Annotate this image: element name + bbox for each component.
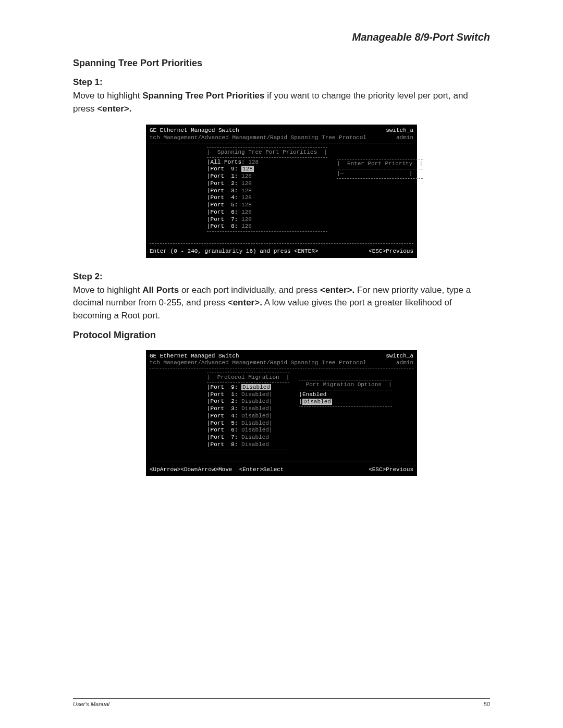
term1-port-value: 128 (241, 180, 252, 187)
term1-port-row: Port 1: (211, 173, 238, 179)
terminal-screenshot-priorities: GE Ethernet Managed Switch tch Managemen… (146, 125, 417, 258)
term2-port-row: Port 1: (211, 391, 238, 398)
term1-port-row: Port 9: (211, 166, 238, 172)
term2-port-value: Disabled (241, 420, 269, 426)
term1-port-row: Port 3: (211, 188, 238, 194)
term1-right-input: — (340, 170, 344, 177)
term2-port-value: Disabled (241, 398, 269, 404)
term1-port-row: Port 7: (211, 216, 238, 223)
step1-bold-a: Spanning Tree Port Priorities (142, 91, 264, 101)
term1-port-row: Port 8: (211, 223, 238, 229)
step2-text-a: Move to highlight (73, 285, 142, 295)
term2-port-row: Port 5: (211, 420, 238, 426)
footer-left: User's Manual (73, 701, 109, 707)
term2-port-row: Port 4: (211, 413, 238, 419)
term1-port-value: 128 (241, 216, 252, 223)
term2-right-title: Port Migration Options (306, 381, 382, 388)
term1-port-row: Port 5: (211, 202, 238, 208)
term2-port-row: Port 3: (211, 405, 238, 412)
term2-footer-left: <UpArrow><DownArrow>Move <Enter>Select (150, 466, 284, 474)
step1-text-a: Move to highlight (73, 91, 142, 101)
step2-bold-c: <enter>. (228, 298, 262, 307)
term2-port-row: Port 8: (211, 441, 238, 448)
term2-option-enabled: Enabled (302, 391, 326, 398)
section-title-stp-priorities: Spanning Tree Port Priorities (73, 58, 490, 69)
term1-port-value: 128 (241, 194, 252, 201)
term1-port-value: 128 (241, 188, 252, 194)
term2-port-list: | Protocol Migration | |Port 9: Disabled… (207, 372, 289, 451)
term2-switch-name: switch_a (386, 353, 413, 360)
step1-text: Move to highlight Spanning Tree Port Pri… (73, 90, 490, 115)
term1-right-title: Enter Port Priority (347, 161, 412, 167)
step2-label: Step 2: (73, 272, 490, 282)
term1-title: GE Ethernet Managed Switch (150, 127, 366, 134)
term2-title: GE Ethernet Managed Switch (150, 353, 366, 360)
term1-footer-right: <ESC>Previous (369, 248, 413, 255)
term2-user: admin (386, 360, 413, 367)
term1-port-row: Port 4: (211, 194, 238, 201)
term2-right-panel: Port Migration Options | |Enabled |Disab… (299, 379, 391, 451)
term2-port-value: Disabled (241, 413, 269, 419)
term1-switch-name: switch_a (386, 127, 413, 134)
term1-user: admin (386, 134, 413, 142)
term2-port-value-hl: Disabled (241, 384, 271, 390)
section-title-protocol-migration: Protocol Migration (73, 330, 490, 341)
term2-port-value: Disabled (241, 391, 269, 398)
step2-bold-b: <enter>. (320, 285, 354, 295)
term2-port-value: Disabled (241, 405, 269, 412)
page-header: Manageable 8/9-Port Switch (73, 31, 490, 43)
term1-allports-label: All Ports: (211, 159, 245, 165)
term1-port-value: 128 (241, 202, 252, 208)
term2-panel-title: Protocol Migration (217, 374, 279, 380)
term2-port-row: Port 9: (211, 384, 238, 390)
term1-port-value-hl: 128 (241, 166, 254, 172)
terminal-screenshot-migration: GE Ethernet Managed Switch tch Managemen… (146, 350, 417, 476)
term1-port-value: 128 (241, 223, 252, 229)
term2-footer-right: <ESC>Previous (369, 466, 413, 474)
term1-port-value: 128 (241, 209, 252, 215)
term2-breadcrumb: tch Management/Advanced Management/Rapid… (150, 360, 366, 367)
term2-port-row: Port 2: (211, 398, 238, 404)
step2-bold-a: All Ports (142, 285, 179, 295)
term2-port-row: Port 7: (211, 434, 238, 440)
term2-port-value: Disabled (241, 441, 269, 448)
term1-panel-title: Spanning Tree Port Priorities (217, 149, 317, 155)
term2-option-disabled: Disabled (302, 399, 332, 405)
step1-bold-b: <enter>. (97, 104, 131, 114)
term1-breadcrumb: tch Management/Advanced Management/Rapid… (150, 134, 366, 142)
step2-text: Move to highlight All Ports or each port… (73, 284, 490, 323)
term2-port-value: Disabled (241, 434, 269, 440)
term2-port-value: Disabled (241, 427, 269, 433)
term1-allports-value: 128 (248, 159, 259, 165)
footer-page-number: 50 (484, 701, 490, 707)
step1-label: Step 1: (73, 77, 490, 88)
page-footer: User's Manual 50 (73, 698, 490, 707)
term2-port-row: Port 6: (211, 427, 238, 433)
term1-port-list: | Spanning Tree Port Priorities | |All P… (207, 146, 327, 233)
term1-right-panel: | Enter Port Priority | |— | (337, 158, 423, 233)
step2-text-b: or each port individually, and press (181, 285, 320, 295)
term1-footer-left: Enter (0 - 240, granularity 16) and pres… (150, 248, 318, 255)
term1-port-value: 128 (241, 173, 252, 179)
term1-port-row: Port 2: (211, 180, 238, 187)
term1-port-row: Port 6: (211, 209, 238, 215)
